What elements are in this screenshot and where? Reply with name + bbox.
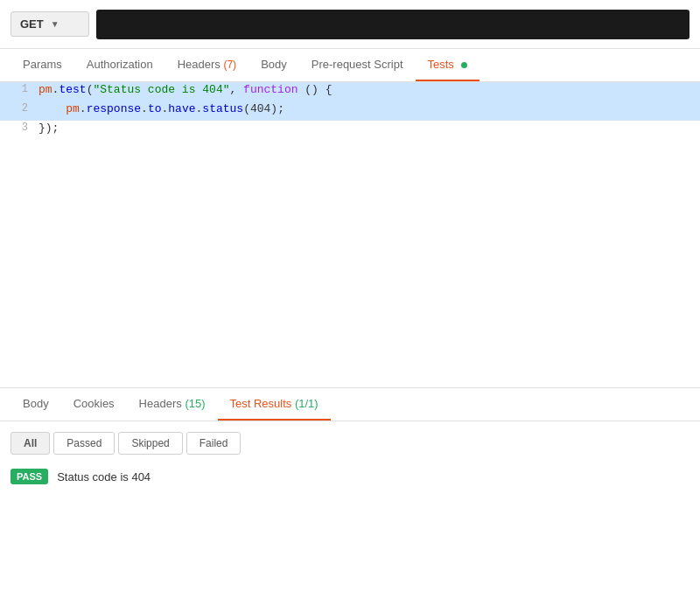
response-tabs: Body Cookies Headers (15) Test Results (… [0,388,700,421]
filter-tab-all[interactable]: All [10,432,50,455]
request-bar: GET ▼ [0,0,700,49]
filter-tab-skipped[interactable]: Skipped [118,432,182,455]
line-content-2: pm.response.to.have.status(404); [38,101,700,116]
response-tab-cookies[interactable]: Cookies [61,388,127,421]
url-input[interactable] [96,10,690,39]
test-results-badge: (1/1) [295,397,318,410]
method-label: GET [20,17,44,31]
test-result-name: Status code is 404 [57,470,150,483]
tab-params[interactable]: Params [10,49,74,81]
chevron-down-icon: ▼ [51,19,60,29]
code-line-1: 1 pm.test("Status code is 404", function… [0,82,700,101]
line-number-3: 3 [0,121,38,135]
pass-badge: PASS [10,469,48,484]
response-tab-headers[interactable]: Headers (15) [127,388,218,421]
code-editor[interactable]: 1 pm.test("Status code is 404", function… [0,82,700,388]
filter-tab-passed[interactable]: Passed [53,432,115,455]
line-number-1: 1 [0,82,38,96]
filter-tabs: All Passed Skipped Failed [0,421,700,462]
method-select[interactable]: GET ▼ [10,11,89,37]
line-content-3: }); [38,121,700,136]
tests-active-dot [461,62,467,68]
headers-badge: (7) [223,59,236,71]
line-number-2: 2 [0,101,38,115]
tab-pre-request[interactable]: Pre-request Script [299,49,416,81]
response-tab-body[interactable]: Body [10,388,61,421]
tab-tests[interactable]: Tests [416,49,480,81]
response-headers-badge: (15) [185,397,205,410]
line-content-1: pm.test("Status code is 404", function (… [38,82,700,97]
test-result-item: PASS Status code is 404 [0,462,700,491]
request-tabs: Params Authorization Headers (7) Body Pr… [0,49,700,82]
tab-headers[interactable]: Headers (7) [165,49,248,81]
code-line-3: 3 }); [0,121,700,140]
code-line-2: 2 pm.response.to.have.status(404); [0,101,700,121]
response-tab-test-results[interactable]: Test Results (1/1) [218,388,331,421]
filter-tab-failed[interactable]: Failed [186,432,242,455]
tab-authorization[interactable]: Authorization [74,49,165,81]
response-area: Body Cookies Headers (15) Test Results (… [0,388,700,612]
tab-body[interactable]: Body [248,49,299,81]
